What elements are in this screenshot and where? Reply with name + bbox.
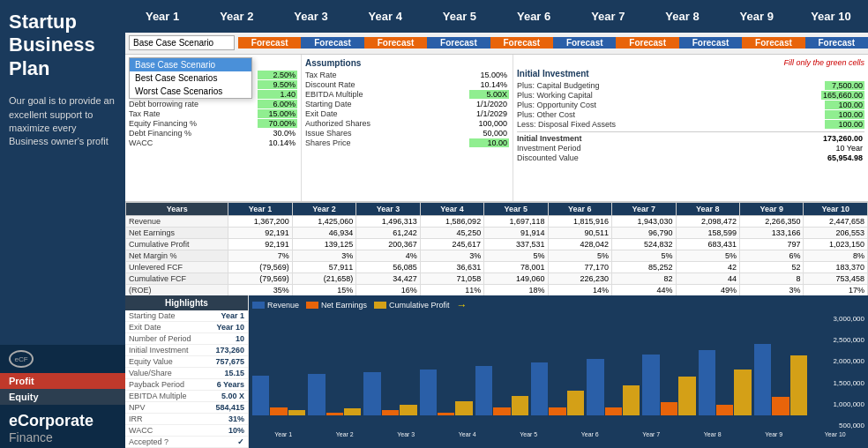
ii-value[interactable]: 100.00	[825, 101, 864, 109]
table-row: Net Margin %7%3%4%3%5%5%5%5%6%8%	[126, 250, 868, 262]
hl-label: Value/Share	[129, 369, 172, 377]
hl-label: Equity Value	[129, 357, 173, 366]
cell-value: 56,085	[356, 262, 420, 273]
cell-value: 226,230	[548, 273, 611, 285]
sidebar-bottom: eCF Profit Equity eCorporate Finance	[0, 345, 125, 448]
forecast-cell: Forecast	[301, 37, 363, 49]
cell-value: (79,569)	[228, 262, 292, 273]
assumptions-row: Authorized Shares100,000	[305, 119, 509, 128]
bar-group	[531, 362, 584, 415]
scenario-dropdown[interactable]: Base Case Scenario Best Case Scenarios W…	[129, 57, 252, 99]
cell-value: 158,599	[676, 228, 739, 239]
corporate-line2: Finance	[9, 430, 116, 444]
legend-revenue: Revenue	[252, 299, 299, 311]
assumptions-row: Exit Date1/1/2029	[305, 109, 509, 118]
forecast-cell: Forecast	[364, 37, 427, 49]
cc-label: WACC	[129, 138, 258, 147]
bar-earnings	[493, 407, 510, 415]
cell-value: 3%	[292, 250, 355, 262]
x-axis-label: Year 7	[622, 431, 681, 437]
cell-value: (79,569)	[228, 273, 292, 285]
cell-value: 11%	[420, 285, 483, 295]
legend-earnings-label: Net Earnings	[321, 301, 367, 310]
cost-capital-row: Debt Financing %30.0%	[129, 129, 297, 138]
cell-value: 5%	[676, 250, 739, 262]
y-axis-value: 2,000,000	[807, 357, 864, 365]
bar-cumulative	[455, 401, 472, 415]
cell-value: 183,370	[804, 262, 868, 273]
cell-value: 8%	[804, 250, 868, 262]
cell-value: 5%	[612, 250, 676, 262]
hl-value: 584,415	[215, 403, 244, 412]
bar-group	[754, 344, 807, 415]
cc-value[interactable]: 9.50%	[258, 80, 297, 89]
bar-group	[699, 350, 752, 415]
row-label: Net Earnings	[126, 228, 228, 239]
forecast-cell: Forecast	[238, 37, 301, 49]
highlights-title: Highlights	[125, 295, 248, 310]
cc-value[interactable]: 2.50%	[258, 71, 297, 79]
assumption-value[interactable]: 10.00	[469, 138, 509, 147]
highlight-item: Accepted ?✓	[125, 437, 248, 448]
year-header: Year 9	[720, 6, 794, 26]
hl-label: Accepted ?	[129, 437, 168, 446]
cc-value[interactable]: 15.00%	[258, 109, 297, 118]
ii-label: Less: Disposal Fixed Assets	[517, 120, 825, 129]
table-header: Year 1	[228, 203, 292, 216]
highlight-item: Initial Investment173,260	[125, 345, 248, 356]
cell-value: 77,170	[548, 262, 611, 273]
bar-earnings	[326, 413, 343, 415]
hl-value: 31%	[228, 414, 244, 423]
highlight-item: Value/Share15.15	[125, 368, 248, 379]
cell-value: 753,458	[804, 273, 868, 285]
ii-value[interactable]: 7,500.00	[825, 81, 864, 90]
forecast-cell: Forecast	[616, 37, 678, 49]
financial-table: YearsYear 1Year 2Year 3Year 4Year 5Year …	[125, 202, 868, 295]
bar-revenue	[642, 355, 659, 415]
assumptions-row: Starting Date1/1/2020	[305, 100, 509, 108]
bar-earnings	[772, 397, 789, 415]
bar-revenue	[475, 366, 492, 415]
bar-group	[252, 376, 305, 415]
cc-label: Tax Rate	[129, 109, 258, 118]
legend-earnings-box	[306, 302, 318, 309]
cell-value: 245,617	[420, 239, 483, 250]
row-label: Cumulative Profit	[126, 239, 228, 250]
table-header: Year 9	[739, 203, 803, 216]
ii-value[interactable]: 100.00	[825, 120, 864, 129]
assumption-value: 10.14%	[469, 80, 509, 89]
discounted-value: 65,954.98	[825, 153, 864, 162]
x-axis-label: Year 1	[254, 431, 313, 437]
bar-cumulative	[623, 385, 640, 415]
cc-value[interactable]: 1.40	[258, 90, 297, 99]
forecast-cell: Forecast	[805, 37, 868, 49]
cc-value[interactable]: 70.00%	[258, 119, 297, 128]
bar-cumulative	[512, 396, 528, 415]
highlights-panel: Highlights Starting DateYear 1Exit DateY…	[125, 295, 249, 448]
hl-value: 10	[236, 334, 244, 343]
ii-value[interactable]: 100.00	[825, 110, 864, 119]
hl-label: IRR	[129, 414, 143, 423]
header-years: Year 1Year 2Year 3Year 4Year 5Year 6Year…	[125, 6, 868, 26]
table-row: Cumulative Profit92,191139,125200,367245…	[126, 239, 868, 250]
assumption-label: Exit Date	[305, 109, 469, 118]
cc-value[interactable]: 6.00%	[258, 100, 297, 108]
assumptions-row: Discount Rate10.14%	[305, 80, 509, 89]
ii-value[interactable]: 165,660.00	[821, 91, 864, 100]
scenario-select[interactable]: Base Case ScenarioBest Case ScenariosWor…	[129, 35, 235, 50]
investment-period-label: Investment Period	[517, 144, 825, 153]
bar-revenue	[531, 362, 548, 415]
legend-cumulative: Cumulative Profit	[374, 299, 450, 311]
highlight-item: Payback Period6 Years	[125, 379, 248, 391]
cell-value: 82	[612, 273, 676, 285]
scenario-option-best[interactable]: Best Case Scenarios	[130, 71, 251, 85]
assumption-value[interactable]: 5.00X	[469, 90, 509, 99]
ecf-icon: eCF	[9, 350, 34, 368]
hl-value: 15.15	[224, 369, 244, 377]
bar-group	[363, 372, 416, 415]
scenario-select-wrap[interactable]: Base Case ScenarioBest Case ScenariosWor…	[129, 35, 235, 50]
cell-value: 71,058	[420, 273, 483, 285]
equity-row: Equity	[0, 389, 125, 405]
scenario-option-base[interactable]: Base Case Scenario	[130, 58, 251, 71]
scenario-option-worst[interactable]: Worst Case Scenarios	[130, 85, 251, 98]
